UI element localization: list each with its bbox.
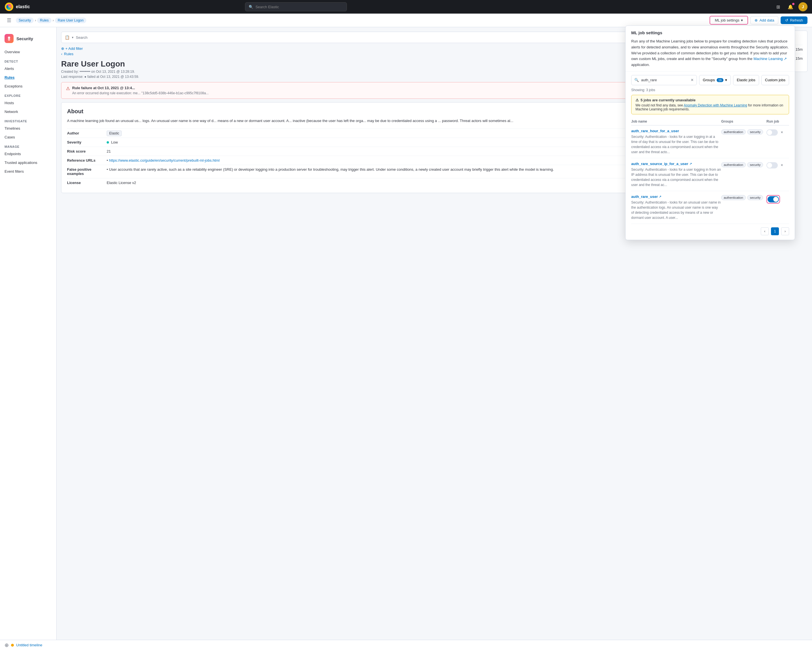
ml-job-1-tag-2: security [747,129,763,135]
sidebar-item-network[interactable]: Network [0,107,56,116]
ml-warning-body: We could not find any data, see Anomaly … [635,103,785,111]
ml-popup-header: ML job settings Run any of the Machine L… [626,26,795,72]
nav-right-actions: ML job settings ▾ ⊕ Add data ↺ Refresh [710,16,807,24]
top-navbar: elastic 🔍 Search Elastic ⊞ 🔔 J [0,0,812,14]
ml-page-prev[interactable]: ‹ [761,227,769,235]
sidebar-group-detect: Detect [0,57,56,64]
sidebar-app-icon [5,34,14,43]
ml-job-1-toggle-knob [767,130,772,135]
ml-job-1-toggle[interactable] [766,129,778,136]
license-value: Elastic License v2 [107,180,136,185]
sidebar-group-explore: Explore [0,90,56,98]
sidebar-item-hosts[interactable]: Hosts [0,98,56,107]
sidebar-item-alerts[interactable]: Alerts [0,64,56,73]
ml-job-3-toggle[interactable] [768,196,779,202]
ml-job-row-2: auth_rare_source_ip_for_a_user ↗ Securit… [631,158,789,191]
secondary-navbar: ☰ Security › Rules › Rare User Logon ML … [0,14,812,27]
add-data-button[interactable]: ⊕ Add data [750,16,778,24]
hamburger-menu[interactable]: ☰ [5,16,14,25]
external-link-icon-3: ↗ [659,195,661,198]
plus-icon[interactable]: ⊕ [5,642,9,648]
ml-job-3-tags: authentication security [721,194,766,201]
content-search-placeholder: Search [76,35,87,40]
ml-job-1-desc: Security: Authentication - looks for a u… [631,134,721,154]
refresh-icon: ↺ [785,18,788,22]
logo[interactable]: elastic [5,2,30,11]
ml-link[interactable]: Machine Learning ↗ [753,57,787,61]
ml-job-2-toggle-knob [767,163,772,168]
breadcrumb-arrow-1: › [35,18,36,22]
sidebar-item-endpoints[interactable]: Endpoints [0,150,56,158]
ml-job-settings-button[interactable]: ML job settings ▾ [710,16,748,24]
reference-url-value: • https://www.elastic.co/guide/en/securi… [107,158,220,162]
ml-job-2-name-link[interactable]: auth_rare_source_ip_for_a_user ↗ [631,162,721,166]
breadcrumb: Security › Rules › Rare User Logon [16,18,86,23]
ml-elastic-jobs-tab[interactable]: Elastic jobs [733,75,759,85]
ml-groups-button[interactable]: Groups 16 ▾ [699,75,731,85]
apps-icon[interactable]: ⊞ [774,2,783,11]
author-value: Elastic [107,131,122,135]
ml-table-header: Job name Groups Run job [631,118,789,125]
license-label: License [67,180,107,185]
runs-every-value: 15m [795,47,803,52]
rules-back-label: Rules [64,52,73,56]
bell-icon[interactable]: 🔔 [786,2,795,11]
svg-point-3 [6,5,9,9]
svg-point-4 [10,5,12,9]
sidebar-item-event-filters[interactable]: Event filters [0,167,56,176]
ml-job-1-tags: authentication security [721,129,766,135]
breadcrumb-rules[interactable]: Rules [37,18,52,23]
ml-custom-jobs-tab[interactable]: Custom jobs [762,75,789,85]
sidebar-item-trusted-apps[interactable]: Trusted applications [0,158,56,167]
refresh-label: Refresh [790,18,803,22]
sidebar-item-cases[interactable]: Cases [0,133,56,142]
sidebar-item-timelines[interactable]: Timelines [0,124,56,133]
external-link-icon-2: ↗ [690,162,692,165]
reference-url-link[interactable]: https://www.elastic.co/guide/en/security… [109,158,220,162]
untitled-timeline-link[interactable]: Untitled timeline [16,643,43,647]
ml-job-3-info: auth_rare_user ↗ Security: Authenticatio… [631,194,721,220]
breadcrumb-security[interactable]: Security [16,18,34,23]
ml-job-2-toggle[interactable] [766,162,778,168]
ml-job-3-name-link[interactable]: auth_rare_user ↗ [631,194,721,199]
ml-groups-label: Groups [703,78,715,82]
ml-job-1-name-link[interactable]: auth_rare_hour_for_a_user [631,129,721,133]
ml-page-1[interactable]: 1 [771,227,779,235]
ml-job-2-info: auth_rare_source_ip_for_a_user ↗ Securit… [631,162,721,187]
ml-search-icon: 🔍 [634,78,639,82]
ml-search-row: 🔍 auth_rare ✕ Groups 16 ▾ Elastic jobs C… [631,75,789,85]
ml-search-field[interactable]: 🔍 auth_rare ✕ [631,75,697,85]
severity-value: Low [107,140,118,144]
sidebar-item-exceptions[interactable]: Exceptions [0,82,56,90]
false-positive-label: False positive examples [67,167,107,176]
sidebar-app-title: Security [17,36,33,41]
ml-job-1-info: auth_rare_hour_for_a_user Security: Auth… [631,129,721,154]
severity-dot [107,141,109,144]
error-title: Rule failure at Oct 13, 2021 @ 13:4... [72,86,135,90]
back-chevron: ‹ [61,52,62,56]
ml-popup-description: Run any of the Machine Learning jobs bel… [631,38,789,68]
breadcrumb-arrow-2: › [53,18,54,22]
col-job-name: Job name [631,119,721,124]
svg-point-6 [8,38,10,41]
sidebar-item-rules[interactable]: Rules [0,73,56,82]
author-label: Author [67,131,107,135]
sidebar-item-overview[interactable]: Overview [0,47,56,57]
ml-job-3-toggle-cell [766,194,789,203]
ml-job-3-toggle-highlight [766,195,780,203]
sidebar-group-investigate: Investigate [0,116,56,124]
ml-job-settings-popup: ML job settings Run any of the Machine L… [625,26,795,240]
ml-anomaly-detection-link[interactable]: Anomaly Detection with Machine Learning [684,103,747,107]
ml-job-row-3: auth_rare_user ↗ Security: Authenticatio… [631,191,789,224]
ml-search-clear[interactable]: ✕ [691,78,694,82]
user-avatar[interactable]: J [798,2,807,11]
ml-page-next[interactable]: › [781,227,789,235]
risk-score-label: Risk score [67,149,107,153]
global-search[interactable]: 🔍 Search Elastic [245,2,347,11]
lookback-value: 15m [795,57,803,65]
ml-job-1-toggle-cell: ✕ [766,129,789,136]
sidebar: Security Overview Detect Alerts Rules Ex… [0,27,56,650]
ml-job-2-tags: authentication security [721,162,766,168]
breadcrumb-rare-user-logon[interactable]: Rare User Logon [55,18,86,23]
refresh-button[interactable]: ↺ Refresh [781,17,807,24]
